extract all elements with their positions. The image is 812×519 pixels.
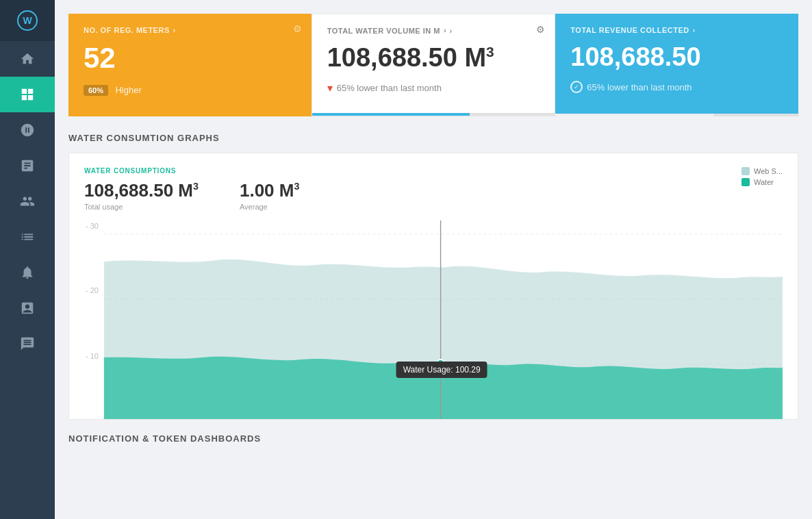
meters-card: NO. OF REG. METERS › 52 60% Higher ⚙: [68, 14, 312, 116]
svg-text:W: W: [23, 15, 32, 26]
settings-icon[interactable]: ⚙: [293, 23, 302, 34]
volume-change-row: ▾ 65% lower than last month: [327, 81, 540, 94]
revenue-progress-fill: [555, 114, 713, 116]
y-axis-30: - 30: [86, 222, 99, 230]
main-content: NO. OF REG. METERS › 52 60% Higher ⚙ TOT…: [55, 0, 812, 519]
revenue-chevron-icon: ›: [693, 27, 696, 34]
volume-card-value: 108,688.50 M3: [327, 45, 540, 71]
stats-row: NO. OF REG. METERS › 52 60% Higher ⚙ TOT…: [68, 14, 798, 116]
meters-badge-label: Higher: [115, 85, 141, 95]
revenue-change-row: ✓ 65% lower than last month: [570, 81, 783, 93]
groups-icon: [20, 194, 35, 209]
chart-metrics: 108,688.50 M3 Total usage 1.00 M3 Averag…: [84, 180, 783, 211]
consumption-section: WATER CONSUMTION GRAPHS WATER CONSUMPTIO…: [68, 133, 798, 420]
average-metric: 1.00 M3 Average: [240, 180, 299, 211]
legend-water-label: Water: [754, 178, 774, 186]
home-icon: [20, 51, 35, 66]
y-axis-10: - 10: [86, 352, 99, 360]
volume-progress-fill: [312, 113, 470, 116]
total-usage-value: 108,688.50 M3: [84, 180, 199, 201]
logo-icon: W: [16, 10, 38, 31]
down-circle-icon: ✓: [570, 81, 583, 93]
chart-card: WATER CONSUMPTIONS 108,688.50 M3 Total u…: [68, 153, 798, 420]
chat-icon: [20, 336, 35, 351]
notifications-icon: [20, 265, 35, 280]
legend-water: Water: [741, 178, 783, 186]
legend-water-dot: [741, 178, 750, 186]
y-axis-20: - 20: [86, 286, 99, 294]
meters-card-footer: 60% Higher: [84, 84, 296, 96]
total-usage-label: Total usage: [84, 203, 199, 211]
volume-card: TOTAL WATER VOLUME IN M3 › 108,688.50 M3…: [312, 14, 556, 116]
chart-label: WATER CONSUMPTIONS: [84, 167, 783, 175]
chart-svg: [84, 220, 783, 419]
svg-point-6: [437, 359, 444, 366]
sidebar-logo: W: [0, 0, 55, 41]
billing-icon: [20, 301, 35, 316]
revenue-card-value: 108,688.50: [570, 44, 783, 70]
legend-web-dot: [741, 167, 750, 175]
sidebar: W: [0, 0, 55, 519]
average-label: Average: [240, 203, 299, 211]
chart-area: - 30 - 20 - 10: [84, 220, 783, 419]
sidebar-item-notifications[interactable]: [0, 255, 55, 290]
section-title: WATER CONSUMTION GRAPHS: [68, 133, 798, 143]
notification-section-title: NOTIFICATION & TOKEN DASHBOARDS: [68, 433, 798, 444]
sidebar-item-groups[interactable]: [0, 183, 55, 219]
revenue-progress-bar: [555, 114, 798, 116]
sidebar-item-billing[interactable]: [0, 290, 55, 326]
sidebar-item-chat[interactable]: [0, 326, 55, 362]
volume-chevron-icon: ›: [450, 27, 453, 35]
total-usage-metric: 108,688.50 M3 Total usage: [84, 180, 199, 211]
reports-icon: [20, 158, 35, 173]
sidebar-item-analytics[interactable]: [0, 219, 55, 255]
volume-settings-icon[interactable]: ⚙: [536, 24, 545, 35]
chevron-right-icon: ›: [173, 27, 176, 34]
meter-icon: [20, 123, 35, 138]
volume-progress-bar: [312, 113, 555, 116]
volume-card-title: TOTAL WATER VOLUME IN M3 ›: [327, 27, 540, 35]
revenue-card-title: TOTAL REVENUE COLLECTED ›: [570, 26, 783, 34]
legend-web: Web S...: [741, 167, 783, 175]
sidebar-item-reports[interactable]: [0, 148, 55, 183]
sidebar-item-meters[interactable]: [0, 112, 55, 148]
chart-legend: Web S... Water: [741, 167, 783, 186]
meters-card-title: NO. OF REG. METERS ›: [84, 26, 296, 34]
sidebar-item-home[interactable]: [0, 41, 55, 77]
sidebar-item-dashboard[interactable]: [0, 77, 55, 112]
legend-web-label: Web S...: [754, 167, 783, 175]
dashboard-icon: [20, 87, 35, 102]
analytics-icon: [20, 229, 35, 244]
meters-badge: 60%: [84, 85, 108, 96]
average-value: 1.00 M3: [240, 180, 299, 201]
meters-card-value: 52: [84, 44, 296, 73]
revenue-card: TOTAL REVENUE COLLECTED › 108,688.50 ✓ 6…: [555, 14, 798, 116]
